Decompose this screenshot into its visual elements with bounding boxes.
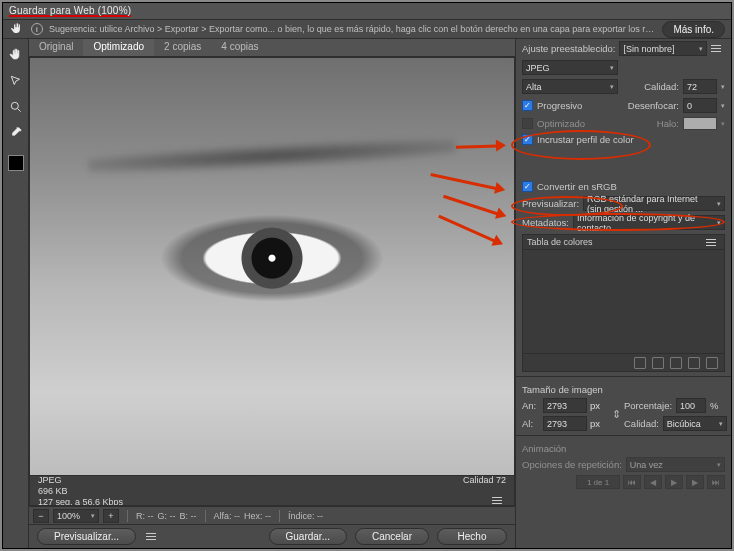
eyedropper-color-swatch[interactable]	[8, 155, 24, 171]
image-content	[30, 58, 514, 475]
percent-label: Porcentaje:	[624, 400, 672, 411]
height-label: Al:	[522, 418, 540, 429]
quality-chevron-icon[interactable]: ▾	[721, 83, 725, 91]
image-canvas[interactable]	[30, 58, 514, 475]
zoom-in-button[interactable]: +	[103, 509, 119, 523]
quality-field[interactable]: 72	[683, 79, 717, 94]
preview-select-label: Previsualizar:	[522, 198, 579, 209]
annotation-arrow-1	[456, 139, 506, 153]
readout-b: B: --	[180, 511, 197, 521]
optimized-checkbox[interactable]: ✓	[522, 118, 533, 129]
blur-label: Desenfocar:	[628, 100, 679, 111]
preview-select[interactable]: RGB estándar para Internet (sin gestión …	[583, 196, 725, 211]
color-table: Tabla de colores	[522, 234, 725, 372]
anim-last-icon: ⏭	[707, 475, 725, 489]
color-table-menu-icon[interactable]	[706, 239, 716, 246]
zoom-tool[interactable]	[6, 97, 26, 117]
anim-play-icon: ▶	[665, 475, 683, 489]
slice-select-tool[interactable]	[6, 71, 26, 91]
eyedropper-tool[interactable]	[6, 123, 26, 143]
convert-srgb-checkbox[interactable]: ✓	[522, 181, 533, 192]
embed-profile-checkbox[interactable]: ✓	[522, 134, 533, 145]
anim-first-icon: ⏮	[623, 475, 641, 489]
window-title: Guardar para Web (100%)	[9, 5, 131, 17]
tab-optimized[interactable]: Optimizado	[83, 39, 154, 56]
footer: Previsualizar... Guardar... Cancelar Hec…	[29, 524, 515, 548]
progressive-label: Progresivo	[537, 100, 582, 111]
hint-bar: i Sugerencia: utilice Archivo > Exportar…	[3, 19, 731, 39]
save-button[interactable]: Guardar...	[269, 528, 347, 545]
percent-field[interactable]: 100	[676, 398, 706, 413]
height-field[interactable]: 2793	[543, 416, 587, 431]
settings-panel: Ajuste preestablecido: [Sin nombre]▾ JPE…	[515, 39, 731, 548]
ct-icon-2[interactable]	[652, 357, 664, 369]
optimized-label: Optimizado	[537, 118, 585, 129]
readout-alpha: Alfa: --	[214, 511, 241, 521]
preset-menu-icon[interactable]	[711, 45, 721, 52]
resample-quality-label: Calidad:	[624, 418, 659, 429]
status-menu-icon[interactable]	[492, 497, 502, 507]
preset-select[interactable]: [Sin nombre]▾	[619, 41, 707, 56]
tab-4up[interactable]: 4 copias	[211, 39, 268, 56]
width-label: An:	[522, 400, 540, 411]
zoom-field[interactable]: 100%▾	[53, 509, 99, 523]
status-quality: Calidad 72	[463, 475, 506, 485]
hint-message: Sugerencia: utilice Archivo > Exportar >…	[49, 24, 656, 34]
image-size-title: Tamaño de imagen	[522, 381, 725, 398]
preset-label: Ajuste preestablecido:	[522, 43, 615, 54]
ct-icon-4[interactable]	[688, 357, 700, 369]
color-table-body	[523, 250, 724, 353]
frame-counter: 1 de 1	[576, 475, 620, 489]
width-unit: px	[590, 400, 608, 411]
tab-2up[interactable]: 2 copias	[154, 39, 211, 56]
more-info-button[interactable]: Más info.	[662, 21, 725, 38]
tab-original[interactable]: Original	[29, 39, 83, 56]
info-icon: i	[31, 23, 43, 35]
resample-quality-select[interactable]: Bicúbica▾	[663, 416, 727, 431]
ct-trash-icon[interactable]	[706, 357, 718, 369]
ct-icon-3[interactable]	[670, 357, 682, 369]
readout-g: G: --	[158, 511, 176, 521]
height-unit: px	[590, 418, 608, 429]
tool-strip	[3, 39, 29, 548]
metadata-label: Metadatos:	[522, 217, 569, 228]
progressive-checkbox[interactable]: ✓	[522, 100, 533, 111]
color-table-title: Tabla de colores	[527, 237, 593, 247]
quality-label: Calidad:	[644, 81, 679, 92]
zoom-out-button[interactable]: −	[33, 509, 49, 523]
width-field[interactable]: 2793	[543, 398, 587, 413]
anim-next-icon: ▶	[686, 475, 704, 489]
titlebar: Guardar para Web (100%)	[3, 3, 731, 19]
hand-tool[interactable]	[6, 45, 26, 65]
metadata-select[interactable]: Información de copyright y de contacto▾	[573, 215, 725, 230]
svg-point-0	[11, 102, 18, 109]
percent-sign: %	[710, 400, 718, 411]
status-download-time: 127 seg. a 56,6 Kbps	[38, 497, 123, 507]
readout-hex: Hex: --	[244, 511, 271, 521]
matte-color-swatch[interactable]	[683, 117, 717, 130]
loop-label: Opciones de repetición:	[522, 459, 622, 470]
anim-prev-icon: ◀	[644, 475, 662, 489]
convert-srgb-label: Convertir en sRGB	[537, 181, 617, 192]
preview-tabs: Original Optimizado 2 copias 4 copias	[29, 39, 515, 57]
save-for-web-dialog: Guardar para Web (100%) i Sugerencia: ut…	[2, 2, 732, 549]
status-format: JPEG	[38, 475, 62, 485]
blur-field[interactable]: 0	[683, 98, 717, 113]
readout-r: R: --	[136, 511, 154, 521]
preview-status: JPEG Calidad 72 696 KB 127 seg. a 56,6 K…	[30, 475, 514, 505]
quality-preset-select[interactable]: Alta▾	[522, 79, 618, 94]
preview-button[interactable]: Previsualizar...	[37, 528, 136, 545]
format-select[interactable]: JPEG▾	[522, 60, 618, 75]
matte-label: Halo:	[657, 118, 679, 129]
ct-icon-1[interactable]	[634, 357, 646, 369]
animation-title: Animación	[522, 440, 725, 457]
preview-menu-icon[interactable]	[146, 533, 156, 540]
hand-tool-icon[interactable]	[9, 21, 25, 37]
loop-select: Una vez▾	[626, 457, 725, 472]
cancel-button[interactable]: Cancelar	[355, 528, 429, 545]
link-dimensions-icon[interactable]: ⇕	[611, 408, 621, 421]
embed-profile-label: Incrustar perfil de color	[537, 134, 634, 145]
done-button[interactable]: Hecho	[437, 528, 507, 545]
readout-index: Índice: --	[288, 511, 323, 521]
zoom-bar: − 100%▾ + R: -- G: -- B: -- Alfa: -- Hex…	[29, 506, 515, 524]
